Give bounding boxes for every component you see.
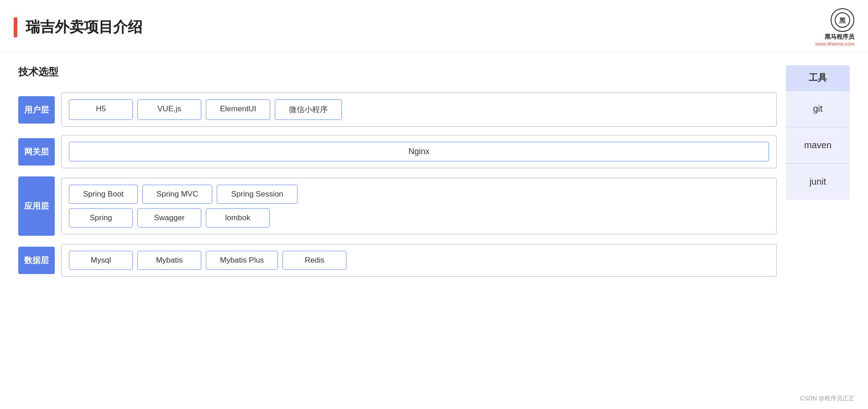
gateway-layer-label: 网关层 [18,138,55,166]
tech-item-vuejs: VUE.js [137,99,201,120]
tech-item-springmvc: Spring MVC [142,185,213,204]
gateway-layer-row: 网关层 Nginx [18,135,777,168]
main-content: 技术选型 用户层 H5 VUE.js ElementUI [0,52,868,290]
tech-item-spring: Spring [69,208,133,228]
tool-maven: maven [786,127,850,163]
tech-item-mybatis: Mybatis [137,251,201,270]
user-layer-boxes: H5 VUE.js ElementUI 微信小程序 [61,93,777,127]
architecture-container: 用户层 H5 VUE.js ElementUI 微信小程序 [18,93,777,277]
gateway-layer-boxes: Nginx [61,135,777,168]
section-title: 技术选型 [18,65,777,79]
tech-item-mysql: Mysql [69,251,133,270]
app-layer-row: 应用层 Spring Boot Spring MVC Spring Sessio… [18,176,777,236]
tech-selection-section: 技术选型 用户层 H5 VUE.js ElementUI [18,65,777,277]
header: 瑞吉外卖项目介绍 黑 黑马程序员 www.itheima.com [0,0,868,52]
tech-item-mybatisplus: Mybatis Plus [206,251,278,270]
tools-header: 工具 [786,65,850,90]
tool-git: git [786,90,850,127]
data-layer-boxes: Mysql Mybatis Mybatis Plus Redis [61,244,777,277]
tools-panel: 工具 git maven junit [786,65,850,277]
app-row1: Spring Boot Spring MVC Spring Session [69,185,769,204]
data-layer-row: 数据层 Mysql Mybatis Mybatis Plus Redis [18,244,777,277]
tech-item-springsession: Spring Session [217,185,297,204]
app-layer-boxes: Spring Boot Spring MVC Spring Session Sp… [61,178,777,234]
page-title: 瑞吉外卖项目介绍 [26,17,142,37]
app-row2: Spring Swagger lombok [69,208,769,228]
user-layer-row: 用户层 H5 VUE.js ElementUI 微信小程序 [18,93,777,127]
tech-item-swagger: Swagger [137,208,201,228]
tech-item-elementui: ElementUI [206,99,270,120]
footer-text: CSDN @程序员正正 [800,394,854,403]
data-layer-label: 数据层 [18,247,55,274]
logo-icon: 黑 [831,8,854,32]
logo-url: www.itheima.com [815,41,854,47]
logo-brand: 黑马程序员 [825,33,854,41]
svg-text:黑: 黑 [839,17,846,24]
tool-junit: junit [786,163,850,200]
logo: 黑 黑马程序员 www.itheima.com [815,8,854,47]
tech-item-lombok: lombok [206,208,270,228]
app-layer-label: 应用层 [18,176,55,236]
tech-item-redis: Redis [282,251,346,270]
user-layer-label: 用户层 [18,96,55,124]
tech-item-springboot: Spring Boot [69,185,138,204]
tech-item-h5: H5 [69,99,133,120]
tech-item-nginx: Nginx [69,142,769,161]
tech-item-wechat: 微信小程序 [275,99,342,120]
header-accent [14,17,17,37]
